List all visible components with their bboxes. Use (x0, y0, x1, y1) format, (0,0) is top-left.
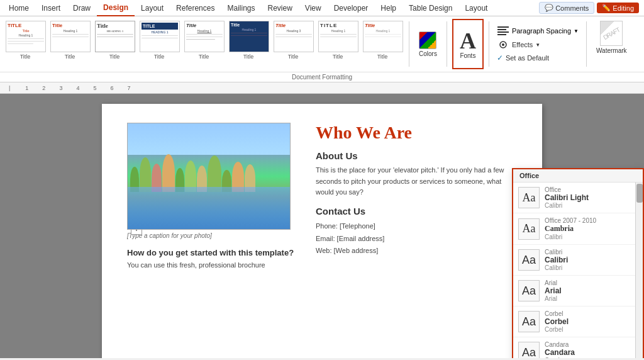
font-preview-calibri: Aa (518, 249, 540, 271)
font-name-sub-2007: Calibri (545, 233, 596, 240)
tab-draw[interactable]: Draw (67, 0, 97, 16)
divider-3 (489, 21, 489, 67)
tab-references[interactable]: References (170, 0, 221, 16)
paragraph-section: Paragraph Spacing ▼ Effects ▼ ✓ Set as D… (494, 19, 581, 69)
font-info-office2007: Office 2007 - 2010 Cambria Calibri (545, 217, 596, 240)
fonts-label: Fonts (460, 52, 475, 59)
comments-label: Comments (555, 4, 589, 12)
font-item-arial[interactable]: Aa Arial Arial Arial (513, 276, 643, 307)
font-item-office2007[interactable]: Aa Office 2007 - 2010 Cambria Calibri (513, 213, 643, 245)
theme-7[interactable]: Title Heading 3 Title (272, 19, 314, 62)
font-info-corbel: Corbel Corbel Corbel (545, 310, 569, 333)
font-info-office: Office Calibri Light Calibri (545, 186, 589, 209)
theme-6[interactable]: Title Heading 1 Title (227, 19, 270, 62)
tab-developer[interactable]: Developer (328, 0, 375, 16)
theme-4[interactable]: TITLE HEADING 1 Title (138, 19, 180, 62)
divider-4 (586, 21, 587, 67)
tab-right-controls: 💬 Comments ✏️ Editing (539, 2, 644, 14)
divider-2 (447, 21, 447, 67)
contact-email: Email: [Email address] (316, 233, 517, 245)
themes-section: TITLE Title Heading 1 Title Title Headin… (4, 19, 404, 69)
fonts-scrollbar[interactable] (635, 183, 643, 358)
font-item-corbel[interactable]: Aa Corbel Corbel Corbel (513, 307, 643, 337)
tab-view[interactable]: View (299, 0, 328, 16)
main-title: Who We Are (316, 123, 517, 143)
theme-2[interactable]: Title Heading 1 Title (48, 19, 91, 62)
effects-button[interactable]: Effects ▼ (494, 38, 581, 51)
tab-review[interactable]: Review (261, 0, 298, 16)
font-name-top-arial: Arial (545, 279, 562, 286)
font-preview-corbel: Aa (518, 311, 540, 332)
colors-section: Colors (414, 19, 441, 69)
contact-heading: Contact Us (316, 206, 517, 217)
contact-phone: Phone: [Telephone] (316, 220, 517, 233)
doc-page: + (102, 104, 542, 358)
tab-home[interactable]: Home (3, 0, 35, 16)
theme-1[interactable]: TITLE Title Heading 1 Title (4, 19, 47, 62)
effects-arrow: ▼ (535, 42, 540, 48)
theme-8[interactable]: TITLE Heading 1 Title (316, 19, 359, 62)
font-name-sub-corbel: Corbel (545, 326, 569, 333)
contact-info: Phone: [Telephone] Email: [Email address… (316, 220, 517, 257)
tab-tabledesign[interactable]: Table Design (402, 0, 458, 16)
paragraph-spacing-button[interactable]: Paragraph Spacing ▼ (494, 25, 581, 37)
tab-design[interactable]: Design (97, 0, 135, 16)
fonts-button[interactable]: A Fonts (452, 19, 484, 69)
comments-button[interactable]: 💬 Comments (539, 2, 594, 14)
font-item-candara[interactable]: Aa Candara Candara Candara (513, 337, 643, 358)
font-name-top-candara: Candara (545, 341, 575, 348)
colors-label: Colors (419, 50, 437, 57)
doc-col-left: [Type a caption for your photo] How do y… (127, 123, 303, 271)
theme-9[interactable]: Title Heading 1 Title (361, 19, 404, 62)
font-name-top-2007: Office 2007 - 2010 (545, 217, 596, 224)
set-as-default-label: Set as Default (506, 54, 549, 62)
font-name-sub-calibri: Calibri (545, 264, 568, 271)
font-item-calibri[interactable]: Aa Calibri Calibri Calibri (513, 245, 643, 276)
font-name-main-office: Calibri Light (545, 193, 589, 202)
font-name-main-arial: Arial (545, 286, 562, 295)
tab-layout2[interactable]: Layout (458, 0, 494, 16)
font-name-main-candara: Candara (545, 348, 575, 357)
tab-mailings[interactable]: Mailings (221, 0, 261, 16)
font-info-candara: Candara Candara Candara (545, 341, 575, 358)
svg-rect-0 (497, 26, 509, 28)
effects-label: Effects (512, 41, 533, 48)
fonts-dropdown-scroll: Aa Office Calibri Light Calibri Aa Offic… (513, 183, 643, 358)
theme-5[interactable]: Title Heading 1 Title (182, 19, 225, 62)
colors-button[interactable]: Colors (414, 30, 441, 59)
effects-icon (497, 40, 509, 50)
tab-bar: Home Insert Draw Design Layout Reference… (0, 0, 644, 16)
font-preview-office2007: Aa (518, 218, 540, 240)
tab-insert[interactable]: Insert (35, 0, 67, 16)
scrollbar-thumb[interactable] (636, 184, 643, 203)
about-body: This is the place for your 'elevator pit… (316, 165, 517, 198)
set-as-default-button[interactable]: ✓ Set as Default (494, 52, 581, 64)
main-area: + (0, 94, 644, 358)
watermark-button[interactable]: DRAFT Watermark (592, 19, 631, 69)
font-name-main-calibri: Calibri (545, 256, 568, 264)
svg-rect-1 (497, 29, 506, 30)
font-preview-arial: Aa (518, 280, 540, 301)
font-name-top-office: Office (545, 186, 589, 193)
about-heading: About Us (316, 150, 517, 161)
font-name-main-2007: Cambria (545, 224, 596, 233)
editing-icon: ✏️ (602, 4, 611, 12)
theme-3[interactable]: Title HEADING 1 Title (93, 19, 136, 62)
editing-label: Editing (613, 4, 634, 12)
ribbon-content: TITLE Title Heading 1 Title Title Headin… (0, 16, 644, 72)
fonts-dropdown-header: Office (513, 169, 643, 183)
checkmark-icon: ✓ (497, 53, 503, 62)
font-name-sub-office: Calibri (545, 202, 589, 209)
font-item-office[interactable]: Aa Office Calibri Light Calibri (513, 183, 643, 213)
tab-help[interactable]: Help (374, 0, 402, 16)
editing-button[interactable]: ✏️ Editing (597, 3, 639, 13)
fonts-dropdown: Office Aa Office Calibri Light Calibri A… (512, 168, 644, 358)
svg-point-5 (502, 43, 504, 46)
font-name-sub-arial: Arial (545, 295, 562, 302)
tab-layout[interactable]: Layout (135, 0, 170, 16)
doc-table: [Type a caption for your photo] How do y… (127, 123, 517, 271)
ruler: | 1 2 3 4 5 6 7 (0, 82, 644, 94)
font-info-calibri: Calibri Calibri Calibri (545, 249, 568, 271)
photo-sky (128, 123, 290, 155)
font-preview-office: Aa (518, 187, 540, 208)
